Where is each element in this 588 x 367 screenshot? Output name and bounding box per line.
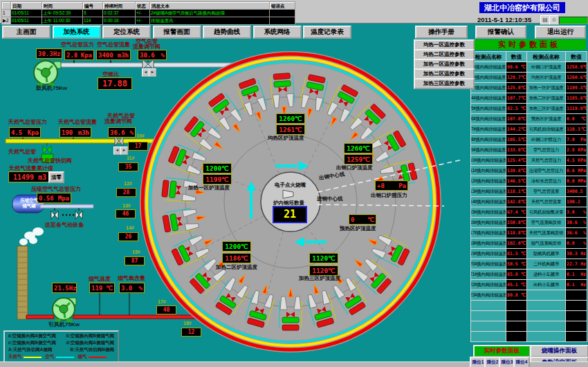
panel-name-cell: 空气总管压力 — [527, 145, 565, 155]
panel-value-cell — [506, 332, 526, 341]
limit-button-4[interactable]: 限位4 — [513, 357, 530, 367]
panel-value-cell: 82.5℃ — [506, 104, 526, 113]
menu-tab-positioning[interactable]: 定位系统 — [102, 26, 151, 39]
panel-name-cell: 烟气流量阀反馈 — [527, 238, 565, 248]
burner-tag-label: 15# — [132, 250, 140, 254]
legend-row: c:空烟换向阀B侧空气阀d:空烟换向阀A侧烟气阀 — [5, 339, 118, 346]
panel-name-cell: 引风机前排烟温度 — [527, 124, 565, 134]
burner-tag-label: 13# — [122, 203, 131, 208]
panel-name-cell: 天然气总管压力 — [527, 156, 565, 165]
panel-value-cell: 190.2 — [566, 197, 587, 207]
soak-zone-sp-display: 1260℃ — [276, 113, 305, 124]
menu-tab-alarm[interactable]: 报警画面 — [153, 26, 201, 39]
panel-name-cell: 加热三区炉顶温度 — [527, 104, 565, 113]
gas-pressure-label: 天然气总管压力 — [8, 118, 47, 126]
air-valve-inc-button[interactable]: ► — [149, 68, 156, 77]
panel-empty-cell — [471, 321, 506, 331]
panel-name-cell: 19#换向阀排烟温度 — [471, 249, 506, 258]
menu-tab-network[interactable]: 系统网络 — [253, 26, 302, 39]
realtime-panel-button[interactable]: 实时参数面板 — [473, 345, 531, 357]
manual-button[interactable]: 操作手册 — [415, 26, 468, 39]
panel-empty-cell — [527, 332, 565, 341]
panel-value-cell: 133.0℃ — [506, 145, 526, 155]
panel-name-cell: 进料小车频率 — [527, 270, 565, 279]
menu-tab-trend[interactable]: 趋势曲线 — [203, 26, 251, 39]
panel-value-cell: 0.0% — [566, 238, 587, 248]
legend-box: a:空烟换向阀A侧空气阀b:空烟换向阀B侧烟气阀c:空烟换向阀B侧空气阀d:空烟… — [3, 330, 119, 366]
panel-value-cell: 125.4℃ — [506, 156, 526, 165]
menu-tab-temp-record[interactable]: 温度记录表 — [303, 26, 351, 39]
panel-value-cell: 7.0Pa — [566, 135, 587, 144]
comp-air-pressure-label: 压缩空气气总管压力 — [31, 185, 81, 193]
panel-value-cell — [566, 321, 587, 331]
panel-empty-cell — [471, 332, 506, 341]
exit-button[interactable]: 退出运行 — [535, 26, 586, 39]
panel-name-cell: 均热区炉顶温度 — [527, 73, 565, 82]
panel-name-cell — [527, 290, 565, 300]
panel-value-cell: 150.0℃ — [506, 218, 526, 227]
gas-cutoff-valve-label: 天然气总管快切阀 — [28, 157, 72, 164]
panel-value-cell: 110.3℃ — [566, 124, 587, 134]
gas-valve-inc-button[interactable]: ► — [120, 147, 128, 155]
comp-air-tank-label: 压缩空气储气罐 — [15, 198, 43, 209]
air-valve-display: 30.6% — [138, 50, 167, 60]
panel-col-header: 检测点名称 — [471, 52, 506, 62]
panel-value-cell — [506, 301, 526, 310]
panel-value-cell: 1258.9℃ — [566, 62, 587, 72]
gas-flow-display: 190m3h — [59, 127, 91, 138]
burner-tag-value: 12 — [181, 328, 201, 337]
panel-name-cell: 出钢口炉膛压力 — [527, 135, 565, 144]
menu-tab-heating[interactable]: 加热系统 — [53, 26, 101, 39]
burner-tag-label: 14# — [126, 225, 134, 230]
legend-line-swatch — [89, 357, 107, 358]
flue-temp-display: 119℃ — [89, 283, 115, 293]
zone-params-button-5[interactable]: 加热三区温控参数 — [414, 78, 475, 89]
soak-zone-pv-display: 1261℃ — [276, 124, 305, 135]
panel-value-cell: 67.4℃ — [506, 207, 526, 217]
heat2-zone-label: 加热二区炉顶温度 — [216, 264, 257, 271]
totalizer-reset-button[interactable]: 清零 — [48, 171, 64, 183]
panel-empty-cell — [527, 321, 565, 331]
air-pressure-label: 空气总管压力 — [61, 41, 94, 48]
panel-value-cell: 105.5℃ — [506, 135, 526, 144]
legend-line-row: 天然气空气烟气 — [5, 352, 118, 360]
realtime-parameter-table: 检测点名称数值检测点名称数值1#换向阀排烟温度98.6℃出钢口炉顶温度1258.… — [470, 51, 587, 342]
panel-col-header: 数值 — [566, 52, 587, 62]
panel-name-cell: 5#换向阀排烟温度 — [471, 104, 506, 113]
panel-col-header: 检测点名称 — [527, 52, 565, 62]
burner-tag-value: 87 — [125, 256, 145, 265]
panel-name-cell: 加热二区炉顶温度 — [527, 93, 565, 103]
panel-name-cell: 21#换向阀排烟温度 — [471, 270, 506, 279]
legend-line-swatch — [24, 357, 42, 358]
panel-value-cell: 3.0% — [566, 207, 587, 217]
panel-value-cell: 102.0℃ — [506, 238, 526, 248]
panel-empty-cell — [471, 311, 506, 321]
panel-name-cell: 10#换向阀排烟温度 — [471, 156, 506, 165]
tap-zone-sp-display: 1260℃ — [344, 143, 373, 153]
blower-frequency-display: 30.3Hz — [36, 48, 62, 59]
igniter-label: 电子点火烧嘴 — [275, 182, 306, 189]
panel-value-cell — [566, 301, 587, 310]
burner-panel-button[interactable]: 烧嘴操作面板 — [530, 345, 588, 357]
tap-pressure-label: 出钢口炉膛压力 — [371, 192, 407, 199]
panel-name-cell: 8#换向阀排烟温度 — [471, 135, 506, 144]
menu-tab-main[interactable]: 主画面 — [2, 26, 50, 39]
alarm-ack-button[interactable]: 报警确认 — [475, 26, 526, 39]
panel-name-cell: 压缩空气总管压力 — [527, 166, 565, 176]
blower-label: 鼓风机75Kw — [36, 84, 67, 92]
chimney — [17, 227, 44, 319]
panel-value-cell: 107.0℃ — [506, 114, 526, 124]
panel-value-cell: 30.3Hz — [566, 249, 587, 258]
blower-fan-icon — [34, 61, 61, 86]
heat3-zone-sp-display: 1120℃ — [309, 253, 338, 263]
panel-value-cell — [506, 311, 526, 321]
gas-valve-label2: 流量调节阀 — [104, 117, 132, 125]
panel-name-cell: 冷却水总管压力 — [527, 176, 565, 186]
panel-value-cell: 80.8℃ — [506, 290, 526, 300]
burner-tag-label: 12# — [124, 181, 132, 186]
tap-pressure-display: +8Pa — [375, 180, 408, 191]
to-pneumatic-devices-label: 送至各气动设备 — [45, 221, 84, 229]
heat3-zone-label: 加热三区炉顶温度 — [299, 275, 340, 282]
panel-value-cell: 45.1℃ — [506, 280, 526, 290]
panel-name-cell: 3#换向阀排烟温度 — [471, 83, 506, 93]
